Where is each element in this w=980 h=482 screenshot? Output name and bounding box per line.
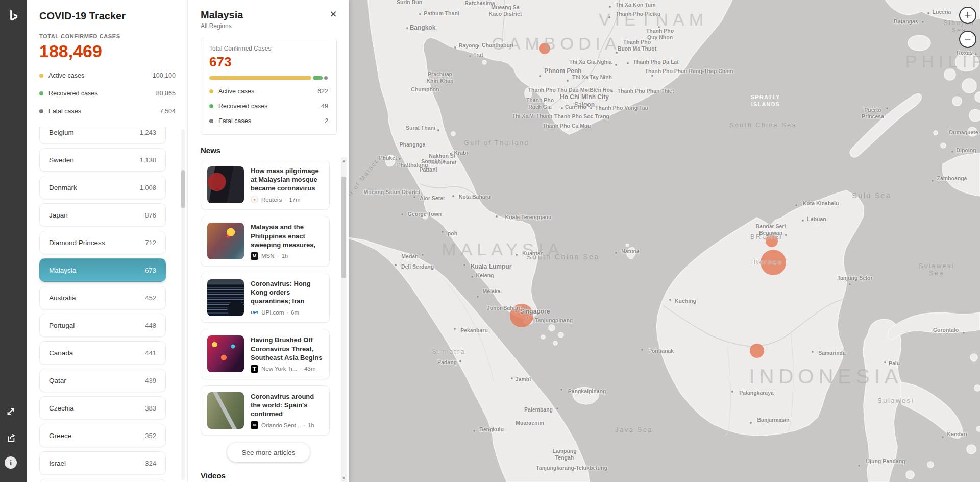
- city-dot-icon: [615, 252, 617, 254]
- news-article[interactable]: Coronavirus around the world: Spain's co…: [201, 385, 330, 436]
- city-map-label: Ujung Pandang: [866, 458, 905, 465]
- country-name: Canada: [49, 349, 73, 357]
- country-row[interactable]: Malaysia673: [39, 258, 166, 282]
- city-dot-icon: [611, 90, 613, 92]
- totals-heading: TOTAL CONFIRMED CASES: [39, 33, 187, 39]
- country-row[interactable]: Qatar439: [39, 369, 166, 392]
- city-map-label: Banjarmasin: [757, 417, 789, 423]
- scrollbar-thumb[interactable]: [341, 177, 346, 278]
- city-dot-icon: [641, 349, 643, 351]
- country-row[interactable]: Japan876: [39, 203, 166, 227]
- country-row[interactable]: Czechia383: [39, 396, 166, 420]
- country-case-count: 1,243: [139, 129, 156, 136]
- legend-row-recovered: Recovered cases 49: [209, 99, 328, 113]
- city-map-label: Ratchasima: [465, 0, 495, 7]
- orlando-sentinel-favicon-icon: os: [251, 421, 258, 429]
- country-row[interactable]: Greece352: [39, 424, 166, 447]
- article-thumbnail: [207, 392, 244, 429]
- news-article[interactable]: Having Brushed Off Coronavirus Threat, S…: [201, 329, 330, 379]
- totals-legend: Active cases 100,100 Recovered cases 80,…: [39, 66, 176, 120]
- article-title: How mass pilgrimage at Malaysian mosque …: [251, 166, 323, 192]
- case-bubble: [539, 43, 550, 54]
- legend-label: Active cases: [48, 72, 84, 79]
- case-bubble: [761, 250, 786, 275]
- country-row[interactable]: Australia452: [39, 286, 166, 309]
- city-map-label: Pontianak: [648, 348, 674, 354]
- detail-subtitle: All Regions: [201, 22, 336, 30]
- info-icon[interactable]: i: [5, 456, 17, 469]
- city-map-label: Kota Kinabalu: [803, 200, 839, 207]
- city-map-label: Kelang: [476, 272, 494, 279]
- country-row[interactable]: Diamond Princess712: [39, 231, 166, 254]
- city-dot-icon: [785, 234, 787, 236]
- city-map-label: Natuna: [621, 248, 640, 255]
- meta-separator: ·: [286, 309, 288, 316]
- see-more-articles-button[interactable]: See more articles: [227, 443, 309, 462]
- city-dot-icon: [516, 254, 518, 256]
- country-row[interactable]: [39, 479, 166, 482]
- map[interactable]: VIETNAMCAMBODIAMALAYSIAINDONESIAPHILIPPI…: [349, 0, 980, 482]
- city-map-label: Kuala Lumpur: [471, 263, 512, 271]
- expand-icon[interactable]: [5, 406, 16, 417]
- legend-value: 622: [317, 88, 328, 95]
- article-time: 6m: [291, 309, 299, 316]
- map-zoom-in-button[interactable]: +: [959, 7, 976, 24]
- country-case-count: 441: [145, 349, 156, 357]
- recovered-bar-segment: [313, 76, 323, 80]
- city-dot-icon: [459, 360, 461, 362]
- city-map-label: Kendari: [947, 431, 967, 438]
- city-map-label: Biên Hòa: [590, 87, 613, 93]
- scroll-down-icon[interactable]: ∨: [341, 475, 347, 481]
- country-case-count: 673: [145, 267, 156, 274]
- totals-value: 188,469: [39, 41, 187, 61]
- detail-title: Malaysia: [201, 9, 336, 21]
- country-row[interactable]: Sweden1,138: [39, 148, 166, 172]
- city-map-label: Trat: [473, 52, 483, 58]
- city-map-label: Can Tho: [565, 104, 586, 110]
- sea-map-label: Java Sea: [615, 426, 653, 433]
- country-list-scrollbar[interactable]: [181, 129, 185, 480]
- city-map-label: Thanh Pho Ca Mau: [543, 123, 591, 129]
- scrollbar-thumb[interactable]: [181, 170, 185, 208]
- map-zoom-out-button[interactable]: −: [959, 31, 976, 48]
- close-icon[interactable]: ✕: [327, 8, 339, 20]
- article-thumbnail: [207, 335, 244, 372]
- detail-panel-scrollbar[interactable]: ∧ ∨: [341, 157, 347, 482]
- city-map-label: Medan: [401, 253, 418, 260]
- news-article[interactable]: Coronavirus: Hong Kong orders quarantine…: [201, 273, 330, 323]
- share-icon[interactable]: [5, 431, 16, 443]
- scroll-up-icon[interactable]: ∧: [341, 158, 347, 164]
- city-map-label: Phangnga: [400, 141, 426, 148]
- city-map-label: Thanh Pho Quy Nhon: [646, 28, 674, 41]
- article-time: 1h: [281, 253, 288, 259]
- news-article[interactable]: Malaysia and the Philippines enact sweep…: [201, 216, 330, 266]
- city-map-label: Rayong: [459, 42, 479, 49]
- city-map-label: Phnom Penh: [544, 67, 581, 75]
- country-row[interactable]: Israel324: [39, 451, 166, 475]
- country-row[interactable]: Belgium1,243: [39, 127, 166, 144]
- bing-logo[interactable]: [6, 8, 20, 22]
- country-row[interactable]: Canada441: [39, 341, 166, 365]
- legend-row-active: Active cases 622: [209, 84, 328, 99]
- city-dot-icon: [812, 351, 814, 353]
- article-source: Reuters: [261, 197, 282, 203]
- article-source: Orlando Sent...: [261, 422, 301, 428]
- case-bubble: [510, 304, 533, 327]
- legend-label: Fatal cases: [48, 108, 81, 115]
- area-map-label: Sumatra: [432, 348, 466, 355]
- country-row[interactable]: Portugal448: [39, 314, 166, 337]
- article-title: Having Brushed Off Coronavirus Threat, S…: [251, 335, 323, 362]
- city-map-label: Melaka: [482, 288, 500, 295]
- news-article[interactable]: How mass pilgrimage at Malaysian mosque …: [201, 160, 330, 210]
- country-case-count: 439: [145, 377, 156, 384]
- legend-label: Recovered cases: [48, 90, 98, 97]
- upi-favicon-icon: UPI: [251, 308, 258, 316]
- country-name: Belgium: [49, 129, 74, 136]
- country-case-count: 712: [145, 239, 156, 247]
- city-map-label: Surat Thani: [406, 125, 435, 131]
- city-map-label: Nakhon Si Thammarat: [428, 153, 457, 166]
- city-dot-icon: [450, 153, 452, 155]
- city-map-label: Chanthaburi: [482, 42, 513, 49]
- country-row[interactable]: Denmark1,008: [39, 176, 166, 199]
- city-dot-icon: [515, 310, 517, 312]
